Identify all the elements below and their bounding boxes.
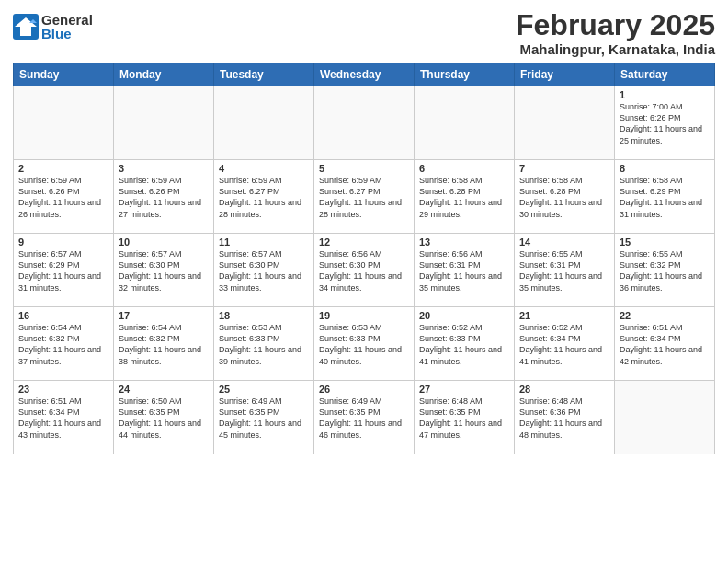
week-row-5: 23Sunrise: 6:51 AMSunset: 6:34 PMDayligh… <box>14 381 715 454</box>
day-number: 8 <box>620 163 710 174</box>
day-info: Sunrise: 6:52 AMSunset: 6:33 PMDaylight:… <box>419 322 509 367</box>
day-info: Sunrise: 6:50 AMSunset: 6:35 PMDaylight:… <box>119 396 209 441</box>
day-info: Sunrise: 6:48 AMSunset: 6:35 PMDaylight:… <box>419 396 509 441</box>
col-header-monday: Monday <box>114 63 214 86</box>
day-number: 27 <box>419 384 509 395</box>
day-number: 7 <box>519 163 609 174</box>
calendar-cell <box>114 86 214 160</box>
calendar-cell: 12Sunrise: 6:56 AMSunset: 6:30 PMDayligh… <box>314 234 415 307</box>
week-row-3: 9Sunrise: 6:57 AMSunset: 6:29 PMDaylight… <box>14 234 715 307</box>
calendar-cell: 21Sunrise: 6:52 AMSunset: 6:34 PMDayligh… <box>515 307 615 381</box>
col-header-friday: Friday <box>515 63 615 86</box>
day-number: 15 <box>620 236 710 247</box>
calendar-cell: 10Sunrise: 6:57 AMSunset: 6:30 PMDayligh… <box>114 234 214 307</box>
day-number: 6 <box>419 163 509 174</box>
day-number: 3 <box>119 163 209 174</box>
day-number: 17 <box>119 310 209 321</box>
day-number: 22 <box>620 310 710 321</box>
day-number: 25 <box>219 384 309 395</box>
day-number: 23 <box>18 384 108 395</box>
day-info: Sunrise: 6:53 AMSunset: 6:33 PMDaylight:… <box>219 322 309 367</box>
calendar: Sunday Monday Tuesday Wednesday Thursday… <box>13 63 715 454</box>
calendar-cell: 7Sunrise: 6:58 AMSunset: 6:28 PMDaylight… <box>515 160 615 234</box>
day-number: 10 <box>119 236 209 247</box>
calendar-cell: 4Sunrise: 6:59 AMSunset: 6:27 PMDaylight… <box>214 160 314 234</box>
calendar-cell: 16Sunrise: 6:54 AMSunset: 6:32 PMDayligh… <box>14 307 114 381</box>
calendar-cell <box>214 86 314 160</box>
col-header-sunday: Sunday <box>14 63 114 86</box>
day-number: 24 <box>119 384 209 395</box>
day-info: Sunrise: 6:59 AMSunset: 6:26 PMDaylight:… <box>18 175 108 220</box>
logo-icon <box>13 14 39 40</box>
day-number: 2 <box>18 163 108 174</box>
day-number: 19 <box>319 310 409 321</box>
logo: General Blue <box>13 13 93 40</box>
calendar-cell: 28Sunrise: 6:48 AMSunset: 6:36 PMDayligh… <box>515 381 615 454</box>
col-header-wednesday: Wednesday <box>314 63 415 86</box>
calendar-cell: 17Sunrise: 6:54 AMSunset: 6:32 PMDayligh… <box>114 307 214 381</box>
week-row-2: 2Sunrise: 6:59 AMSunset: 6:26 PMDaylight… <box>14 160 715 234</box>
day-number: 12 <box>319 236 409 247</box>
day-number: 18 <box>219 310 309 321</box>
day-info: Sunrise: 6:54 AMSunset: 6:32 PMDaylight:… <box>119 322 209 367</box>
day-info: Sunrise: 6:49 AMSunset: 6:35 PMDaylight:… <box>319 396 409 441</box>
day-number: 26 <box>319 384 409 395</box>
logo-blue-text: Blue <box>41 27 93 40</box>
calendar-cell: 27Sunrise: 6:48 AMSunset: 6:35 PMDayligh… <box>415 381 515 454</box>
day-info: Sunrise: 6:56 AMSunset: 6:30 PMDaylight:… <box>319 248 409 293</box>
logo-general-text: General <box>41 13 93 27</box>
calendar-cell: 8Sunrise: 6:58 AMSunset: 6:29 PMDaylight… <box>615 160 715 234</box>
day-info: Sunrise: 6:49 AMSunset: 6:35 PMDaylight:… <box>219 396 309 441</box>
calendar-cell: 1Sunrise: 7:00 AMSunset: 6:26 PMDaylight… <box>615 86 715 160</box>
calendar-header-row: Sunday Monday Tuesday Wednesday Thursday… <box>14 63 715 86</box>
day-number: 9 <box>18 236 108 247</box>
day-info: Sunrise: 6:56 AMSunset: 6:31 PMDaylight:… <box>419 248 509 293</box>
day-number: 28 <box>519 384 609 395</box>
day-number: 1 <box>620 89 710 100</box>
location-title: Mahalingpur, Karnataka, India <box>516 41 715 57</box>
day-number: 16 <box>18 310 108 321</box>
day-info: Sunrise: 6:54 AMSunset: 6:32 PMDaylight:… <box>18 322 108 367</box>
day-number: 11 <box>219 236 309 247</box>
calendar-cell: 25Sunrise: 6:49 AMSunset: 6:35 PMDayligh… <box>214 381 314 454</box>
day-number: 21 <box>519 310 609 321</box>
day-number: 4 <box>219 163 309 174</box>
calendar-cell <box>314 86 415 160</box>
calendar-cell: 14Sunrise: 6:55 AMSunset: 6:31 PMDayligh… <box>515 234 615 307</box>
calendar-cell: 6Sunrise: 6:58 AMSunset: 6:28 PMDaylight… <box>415 160 515 234</box>
calendar-cell: 24Sunrise: 6:50 AMSunset: 6:35 PMDayligh… <box>114 381 214 454</box>
day-info: Sunrise: 6:58 AMSunset: 6:29 PMDaylight:… <box>620 175 710 220</box>
calendar-cell: 22Sunrise: 6:51 AMSunset: 6:34 PMDayligh… <box>615 307 715 381</box>
calendar-cell: 13Sunrise: 6:56 AMSunset: 6:31 PMDayligh… <box>415 234 515 307</box>
day-info: Sunrise: 7:00 AMSunset: 6:26 PMDaylight:… <box>620 101 710 146</box>
day-info: Sunrise: 6:51 AMSunset: 6:34 PMDaylight:… <box>18 396 108 441</box>
day-number: 5 <box>319 163 409 174</box>
day-number: 13 <box>419 236 509 247</box>
day-info: Sunrise: 6:57 AMSunset: 6:29 PMDaylight:… <box>18 248 108 293</box>
calendar-cell <box>14 86 114 160</box>
day-info: Sunrise: 6:59 AMSunset: 6:27 PMDaylight:… <box>219 175 309 220</box>
calendar-cell: 11Sunrise: 6:57 AMSunset: 6:30 PMDayligh… <box>214 234 314 307</box>
day-info: Sunrise: 6:57 AMSunset: 6:30 PMDaylight:… <box>119 248 209 293</box>
calendar-cell <box>615 381 715 454</box>
calendar-cell: 2Sunrise: 6:59 AMSunset: 6:26 PMDaylight… <box>14 160 114 234</box>
col-header-saturday: Saturday <box>615 63 715 86</box>
month-title: February 2025 <box>516 9 715 41</box>
calendar-cell <box>515 86 615 160</box>
day-info: Sunrise: 6:52 AMSunset: 6:34 PMDaylight:… <box>519 322 609 367</box>
calendar-cell: 3Sunrise: 6:59 AMSunset: 6:26 PMDaylight… <box>114 160 214 234</box>
header: General Blue February 2025 Mahalingpur, … <box>13 9 715 57</box>
calendar-cell: 15Sunrise: 6:55 AMSunset: 6:32 PMDayligh… <box>615 234 715 307</box>
title-area: February 2025 Mahalingpur, Karnataka, In… <box>516 9 715 57</box>
col-header-thursday: Thursday <box>415 63 515 86</box>
calendar-cell: 5Sunrise: 6:59 AMSunset: 6:27 PMDaylight… <box>314 160 415 234</box>
week-row-4: 16Sunrise: 6:54 AMSunset: 6:32 PMDayligh… <box>14 307 715 381</box>
day-number: 20 <box>419 310 509 321</box>
day-info: Sunrise: 6:53 AMSunset: 6:33 PMDaylight:… <box>319 322 409 367</box>
calendar-cell: 19Sunrise: 6:53 AMSunset: 6:33 PMDayligh… <box>314 307 415 381</box>
day-info: Sunrise: 6:59 AMSunset: 6:27 PMDaylight:… <box>319 175 409 220</box>
day-info: Sunrise: 6:55 AMSunset: 6:31 PMDaylight:… <box>519 248 609 293</box>
col-header-tuesday: Tuesday <box>214 63 314 86</box>
calendar-cell: 9Sunrise: 6:57 AMSunset: 6:29 PMDaylight… <box>14 234 114 307</box>
week-row-1: 1Sunrise: 7:00 AMSunset: 6:26 PMDaylight… <box>14 86 715 160</box>
